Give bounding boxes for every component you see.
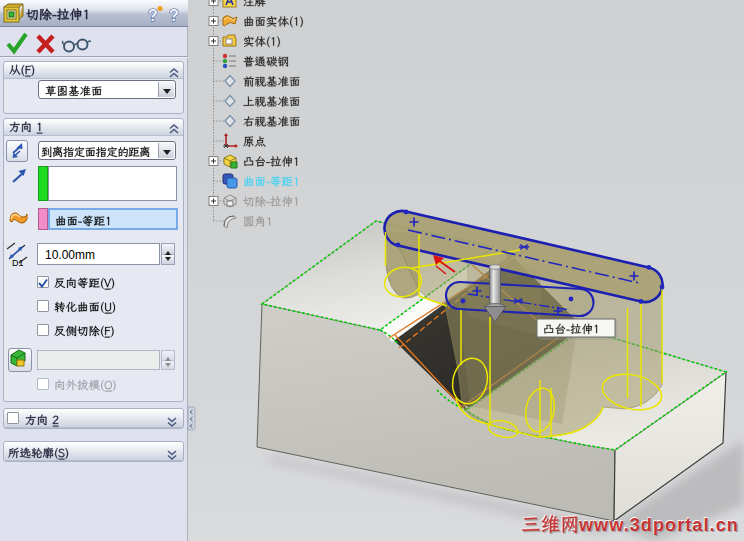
svg-text:?: ?: [148, 7, 158, 24]
svg-text:10.00mm: 10.00mm: [45, 248, 95, 262]
svg-text:www.3dportal.cn: www.3dportal.cn: [578, 515, 739, 535]
svg-text:?: ?: [169, 7, 179, 24]
svg-text:D1: D1: [12, 258, 24, 268]
